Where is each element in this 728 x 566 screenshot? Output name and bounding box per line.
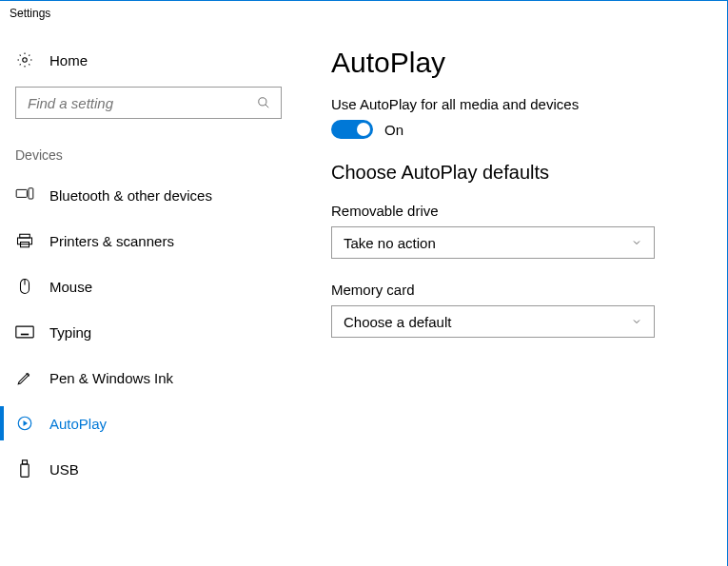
svg-point-1: [259, 98, 266, 106]
svg-rect-4: [29, 188, 33, 199]
dropdown-group-memorycard: Memory card Choose a default: [331, 282, 708, 338]
page-title: AutoPlay: [331, 47, 708, 79]
dropdown-label: Removable drive: [331, 203, 708, 219]
usb-icon: [15, 459, 34, 478]
dropdown-value: Take no action: [344, 235, 436, 251]
chevron-down-icon: [631, 316, 642, 327]
sidebar-item-label: Pen & Windows Ink: [49, 370, 173, 386]
dropdown-value: Choose a default: [344, 314, 451, 330]
chevron-down-icon: [631, 237, 642, 248]
sidebar-item-label: AutoPlay: [49, 416, 107, 432]
home-button[interactable]: Home: [0, 41, 306, 79]
sidebar-item-label: Printers & scanners: [49, 233, 174, 249]
search-input[interactable]: [26, 94, 256, 112]
sidebar-item-mouse[interactable]: Mouse: [0, 263, 306, 309]
content-area: Home Devices: [0, 22, 727, 563]
svg-marker-17: [24, 420, 29, 426]
window-title: Settings: [0, 1, 727, 22]
search-icon: [256, 95, 271, 110]
sidebar-item-label: Bluetooth & other devices: [49, 187, 212, 204]
mouse-icon: [15, 277, 34, 296]
dropdown-label: Memory card: [331, 282, 708, 298]
sidebar-item-label: Mouse: [49, 279, 92, 295]
main-panel: AutoPlay Use AutoPlay for all media and …: [306, 22, 727, 563]
toggle-knob: [357, 123, 370, 136]
removable-drive-dropdown[interactable]: Take no action: [331, 226, 655, 259]
sidebar: Home Devices: [0, 22, 306, 563]
bluetooth-devices-icon: [15, 185, 34, 205]
sidebar-item-pen[interactable]: Pen & Windows Ink: [0, 355, 306, 400]
toggle-description: Use AutoPlay for all media and devices: [331, 96, 708, 112]
sidebar-category-label: Devices: [0, 119, 306, 168]
svg-rect-6: [18, 238, 32, 244]
sidebar-item-typing[interactable]: Typing: [0, 309, 306, 355]
pen-icon: [15, 368, 34, 387]
sidebar-item-autoplay[interactable]: AutoPlay: [0, 400, 306, 446]
svg-rect-10: [16, 326, 33, 338]
autoplay-icon: [15, 414, 34, 433]
toggle-row: On: [331, 120, 708, 139]
svg-rect-19: [21, 464, 29, 477]
keyboard-icon: [15, 322, 34, 342]
svg-rect-18: [23, 460, 28, 464]
section-heading: Choose AutoPlay defaults: [331, 162, 708, 184]
sidebar-item-label: Typing: [49, 324, 91, 341]
sidebar-item-label: USB: [49, 461, 79, 478]
printer-icon: [15, 231, 34, 250]
svg-rect-3: [16, 189, 27, 197]
svg-rect-5: [20, 234, 30, 238]
sidebar-item-usb[interactable]: USB: [0, 446, 306, 492]
sidebar-item-bluetooth[interactable]: Bluetooth & other devices: [0, 172, 306, 218]
svg-point-0: [23, 58, 28, 63]
svg-line-2: [266, 105, 269, 108]
home-gear-icon: [15, 50, 34, 69]
autoplay-toggle[interactable]: [331, 120, 373, 139]
sidebar-nav-list: Bluetooth & other devices Printers & sca…: [0, 168, 306, 492]
search-box[interactable]: [15, 87, 282, 119]
memory-card-dropdown[interactable]: Choose a default: [331, 305, 655, 338]
dropdown-group-removable: Removable drive Take no action: [331, 203, 708, 259]
search-container: [0, 79, 306, 119]
home-label: Home: [49, 52, 88, 68]
toggle-state-label: On: [384, 122, 403, 138]
sidebar-item-printers[interactable]: Printers & scanners: [0, 218, 306, 263]
